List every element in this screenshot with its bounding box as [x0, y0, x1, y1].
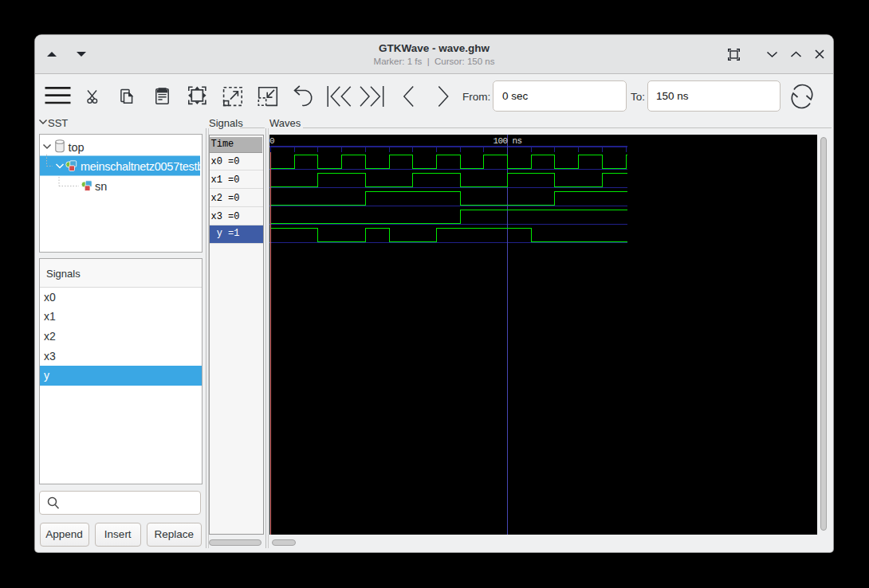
svg-text:sn: sn: [95, 180, 107, 193]
svg-text:meinschaltnetz0057testbe: meinschaltnetz0057testbe: [81, 160, 200, 173]
svg-text:0: 0: [269, 136, 274, 146]
svg-text:top: top: [69, 141, 85, 154]
svg-text:100 ns: 100 ns: [493, 136, 521, 146]
